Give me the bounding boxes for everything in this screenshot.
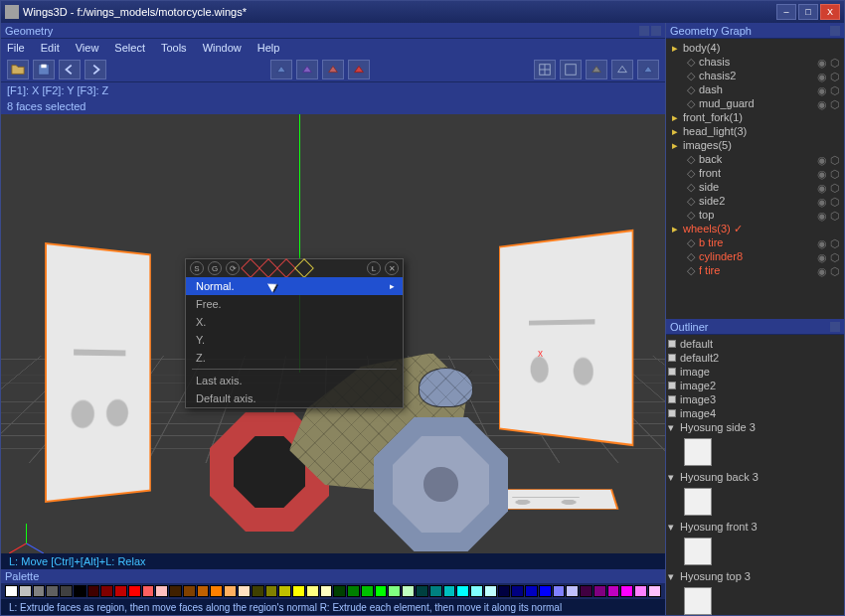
tree-folder[interactable]: ▸images(5) [668,138,842,152]
palette-swatch[interactable] [634,585,647,597]
eye-icon[interactable]: ◉ [817,196,827,206]
tree-folder[interactable]: ▸body(4) [668,41,842,55]
ctx-icon-body[interactable] [294,258,314,278]
eye-icon[interactable]: ◉ [817,154,827,164]
ctx-icon-vertex[interactable] [241,258,260,278]
expand-icon[interactable]: ▾ [668,421,680,434]
edge-mode-button[interactable] [296,60,318,79]
geometry-graph-header[interactable]: Geometry Graph [666,23,844,39]
palette-swatch[interactable] [183,585,196,597]
eye-icon[interactable]: ◉ [817,265,827,275]
tree-item[interactable]: ◇side2◉⬡ [668,194,842,208]
titlebar[interactable]: Wings3D - f:/wings_models/motorcycle.win… [1,1,844,23]
menu-edit[interactable]: Edit [41,42,60,54]
palette-swatch[interactable] [456,585,469,597]
menu-select[interactable]: Select [114,42,145,54]
wire-icon[interactable]: ⬡ [830,265,840,275]
redo-button[interactable] [84,60,106,79]
wire-icon[interactable]: ⬡ [830,57,840,67]
outliner-image-thumb[interactable] [668,534,842,569]
ctx-icon-1[interactable]: S [190,261,204,275]
body-mode-button[interactable] [348,60,370,79]
tree-item[interactable]: ◇chasis◉⬡ [668,55,842,69]
palette-swatch[interactable] [292,585,305,597]
palette-swatch[interactable] [155,585,168,597]
eye-icon[interactable]: ◉ [817,84,827,94]
wire-icon[interactable]: ⬡ [830,237,840,247]
graph-close-icon[interactable] [830,26,840,36]
palette-swatch[interactable] [238,585,251,597]
expand-icon[interactable]: ▾ [668,570,680,583]
tree-item[interactable]: ◇chasis2◉⬡ [668,69,842,82]
eye-icon[interactable]: ◉ [817,237,827,247]
undo-button[interactable] [59,60,81,79]
palette-swatch[interactable] [388,585,401,597]
tree-item[interactable]: ◇cylinder8◉⬡ [668,249,842,263]
palette-swatch[interactable] [128,585,141,597]
view-grid-button[interactable] [534,60,556,79]
wire-icon[interactable]: ⬡ [830,251,840,261]
palette-swatch[interactable] [142,585,155,597]
palette-swatch[interactable] [429,585,442,597]
panel-close-icon[interactable] [651,26,661,36]
expand-icon[interactable]: ▾ [668,521,680,534]
palette-swatch[interactable] [5,585,18,597]
ctx-item-default-axis[interactable]: Default axis. [186,389,403,407]
palette-swatch[interactable] [525,585,538,597]
outliner-image-label[interactable]: ▾Hyosung back 3 [668,470,842,484]
outliner-image-label[interactable]: ▾Hyosung front 3 [668,520,842,534]
eye-icon[interactable]: ◉ [817,98,827,108]
palette-swatch[interactable] [87,585,100,597]
palette-swatch[interactable] [210,585,223,597]
face-mode-button[interactable] [322,60,344,79]
expand-icon[interactable]: ▾ [668,471,680,484]
view-shade-button[interactable] [586,60,607,79]
ctx-icon-l[interactable]: L [367,261,381,275]
outliner-material[interactable]: image4 [668,406,842,420]
close-button[interactable]: X [820,4,840,20]
wire-icon[interactable]: ⬡ [830,84,840,94]
wire-icon[interactable]: ⬡ [830,98,840,108]
outliner-close-icon[interactable] [830,322,840,332]
wire-icon[interactable]: ⬡ [830,154,840,164]
minimize-button[interactable]: – [776,4,796,20]
ctx-icon-face[interactable] [276,258,296,278]
outliner-header[interactable]: Outliner [666,319,844,335]
palette-swatch[interactable] [19,585,32,597]
eye-icon[interactable]: ◉ [817,57,827,67]
ctx-icon-3[interactable]: ⟳ [226,261,240,275]
maximize-button[interactable]: □ [798,4,818,20]
viewport-3d[interactable]: x S G ⟳ [1,114,665,553]
ctx-item-free[interactable]: Free. [186,295,403,313]
geometry-graph-tree[interactable]: ▸body(4)◇chasis◉⬡◇chasis2◉⬡◇dash◉⬡◇mud_g… [666,39,844,319]
ctx-icon-x[interactable]: ✕ [385,261,399,275]
palette-swatch[interactable] [580,585,592,597]
palette-swatch[interactable] [511,585,524,597]
palette-swatch[interactable] [265,585,278,597]
outliner-material[interactable]: image [668,365,842,379]
outliner-image-thumb[interactable] [668,583,842,615]
palette-swatch[interactable] [593,585,606,597]
menu-tools[interactable]: Tools [161,42,187,54]
wire-icon[interactable]: ⬡ [830,210,840,220]
palette-swatch[interactable] [320,585,333,597]
wire-icon[interactable]: ⬡ [830,168,840,178]
palette-swatch[interactable] [60,585,73,597]
palette-swatch[interactable] [402,585,415,597]
palette-swatch[interactable] [252,585,264,597]
ctx-item-x[interactable]: X. [186,313,403,331]
palette-swatch[interactable] [607,585,620,597]
palette-swatch[interactable] [197,585,210,597]
palette-swatch[interactable] [484,585,497,597]
tree-item[interactable]: ◇front◉⬡ [668,166,842,180]
geometry-panel-header[interactable]: Geometry [1,23,665,39]
palette-swatch[interactable] [74,585,86,597]
palette-swatch[interactable] [306,585,319,597]
tree-item[interactable]: ◇f tire◉⬡ [668,263,842,277]
outliner-image-label[interactable]: ▾Hyosung side 3 [668,420,842,434]
wire-icon[interactable]: ⬡ [830,71,840,80]
tree-item[interactable]: ◇top◉⬡ [668,208,842,222]
outliner-image-thumb[interactable] [668,434,842,470]
outliner-list[interactable]: defaultdefault2imageimage2image3image4▾H… [666,335,844,615]
palette-swatch[interactable] [46,585,59,597]
